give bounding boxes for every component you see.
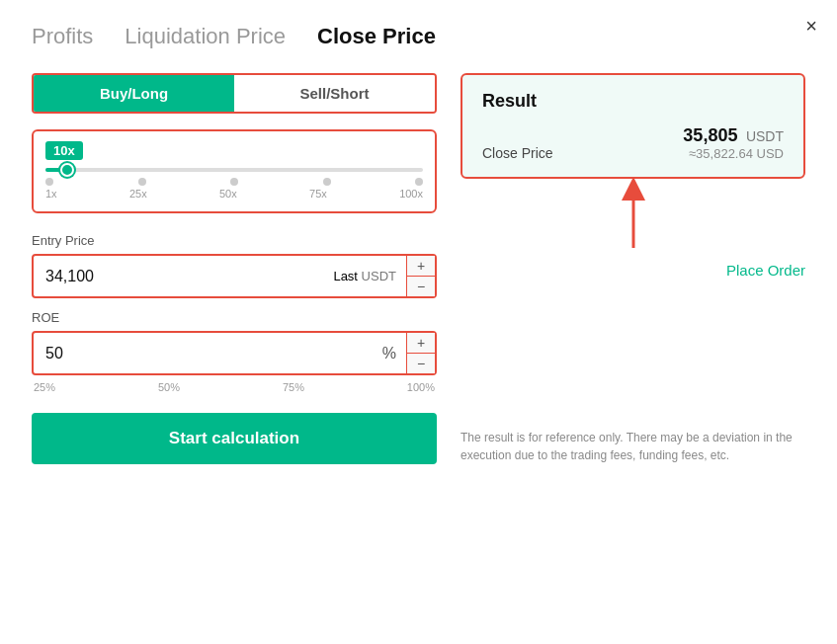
entry-price-decrement[interactable]: −	[407, 277, 435, 296]
close-price-value-line: 35,805 USDT	[683, 125, 784, 146]
tab-close-price[interactable]: Close Price	[317, 24, 436, 49]
entry-price-unit: USDT	[362, 269, 396, 283]
roe-unit: %	[373, 333, 406, 373]
roe-label-25: 25%	[34, 381, 55, 393]
roe-stepper: + −	[406, 333, 435, 373]
entry-price-label: Entry Price	[32, 233, 437, 248]
result-value-block: 35,805 USDT ≈35,822.64 USD	[683, 125, 784, 161]
close-price-approx: ≈35,822.64 USD	[683, 146, 784, 161]
slider-dot-25	[138, 178, 146, 186]
left-panel: Buy/Long Sell/Short 10x	[32, 73, 437, 464]
roe-label-75: 75%	[283, 381, 304, 393]
tab-liquidation[interactable]: Liquidation Price	[125, 24, 286, 49]
leverage-slider[interactable]	[45, 168, 423, 172]
main-content: Buy/Long Sell/Short 10x	[32, 73, 805, 464]
leverage-section: 10x 1x 25x 50x	[32, 129, 437, 213]
roe-label-50: 50%	[158, 381, 180, 393]
slider-dot-100	[415, 178, 423, 186]
slider-dots	[45, 178, 423, 186]
roe-input-row: % + −	[32, 331, 437, 375]
roe-increment[interactable]: +	[407, 333, 435, 354]
result-box: Result Close Price 35,805 USDT ≈35,822.6…	[460, 73, 805, 179]
slider-track	[45, 168, 423, 172]
slider-thumb[interactable]	[60, 163, 74, 177]
leverage-label-75x: 75x	[309, 188, 327, 200]
sell-short-button[interactable]: Sell/Short	[234, 75, 435, 112]
entry-price-last: Last	[333, 269, 358, 283]
right-panel: Result Close Price 35,805 USDT ≈35,822.6…	[460, 73, 805, 464]
result-row: Close Price 35,805 USDT ≈35,822.64 USD	[482, 125, 784, 161]
buy-long-button[interactable]: Buy/Long	[34, 75, 234, 112]
leverage-labels: 1x 25x 50x 75x 100x	[45, 188, 423, 200]
direction-toggle: Buy/Long Sell/Short	[32, 73, 437, 114]
slider-dot-75	[323, 178, 331, 186]
roe-label: ROE	[32, 310, 437, 325]
close-button[interactable]: ×	[805, 16, 817, 36]
entry-price-stepper: + −	[406, 256, 435, 296]
entry-price-increment[interactable]: +	[407, 256, 435, 277]
entry-price-tag: Last USDT	[323, 256, 406, 296]
leverage-label-1x: 1x	[45, 188, 57, 200]
entry-price-input-row: Last USDT + −	[32, 254, 437, 298]
result-title: Result	[482, 91, 784, 112]
right-inner: Result Close Price 35,805 USDT ≈35,822.6…	[460, 73, 805, 464]
roe-slider-labels: 25% 50% 75% 100%	[32, 381, 437, 393]
entry-price-input[interactable]	[34, 256, 323, 296]
roe-label-100: 100%	[407, 381, 435, 393]
tab-bar: Profits Liquidation Price Close Price	[32, 24, 805, 49]
leverage-label-100x: 100x	[399, 188, 423, 200]
leverage-label-50x: 50x	[219, 188, 237, 200]
leverage-badge: 10x	[45, 141, 83, 160]
slider-dot-1	[45, 178, 53, 186]
tab-profits[interactable]: Profits	[32, 24, 93, 49]
roe-input[interactable]	[34, 333, 373, 373]
disclaimer-text: The result is for reference only. There …	[460, 417, 805, 464]
modal-container: × Profits Liquidation Price Close Price …	[0, 0, 837, 644]
close-price-value: 35,805	[683, 125, 737, 145]
close-price-unit: USDT	[746, 128, 784, 144]
slider-dot-50	[230, 178, 238, 186]
place-order-link[interactable]: Place Order	[460, 262, 805, 279]
close-price-label: Close Price	[482, 145, 553, 161]
roe-decrement[interactable]: −	[407, 354, 435, 373]
arrow-annotation	[460, 179, 805, 258]
red-arrow-svg	[604, 179, 663, 258]
start-calculation-button[interactable]: Start calculation	[32, 413, 437, 464]
leverage-label-25x: 25x	[129, 188, 147, 200]
